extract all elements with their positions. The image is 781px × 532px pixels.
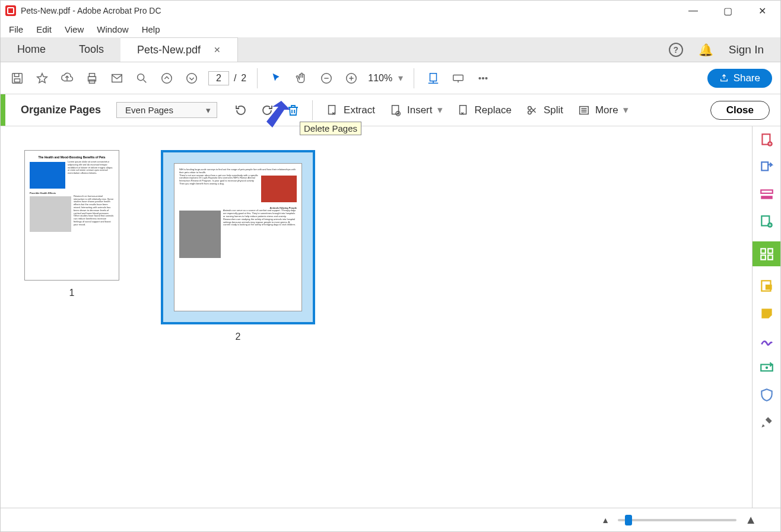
email-icon[interactable]: [109, 70, 125, 87]
svg-rect-17: [392, 105, 399, 114]
extract-button[interactable]: Extract: [326, 104, 375, 117]
menu-window[interactable]: Window: [97, 24, 128, 34]
create-pdf-icon[interactable]: [759, 132, 774, 148]
menu-edit[interactable]: Edit: [36, 24, 52, 34]
tab-document-label: Pets-New.pdf: [137, 44, 201, 56]
combine-files-icon[interactable]: [759, 214, 774, 230]
svg-point-15: [485, 77, 487, 79]
split-icon: [526, 104, 539, 117]
svg-point-20: [528, 106, 532, 110]
svg-point-37: [765, 367, 767, 369]
annotation-arrow: [255, 98, 296, 136]
svg-rect-35: [765, 285, 772, 290]
page-thumb-1[interactable]: The Health and Mood-Boosting Benefits of…: [24, 150, 119, 281]
export-pdf-icon[interactable]: [759, 160, 774, 175]
more-tools-icon[interactable]: [475, 70, 491, 87]
thumb-large-icon[interactable]: ▲: [745, 513, 757, 527]
rotate-left-icon[interactable]: [233, 102, 249, 119]
organize-accent: [1, 94, 5, 126]
thumb-size-handle[interactable]: [625, 515, 632, 525]
organize-pages-rail-icon[interactable]: [753, 241, 781, 266]
share-button[interactable]: Share: [707, 69, 772, 88]
current-page-input[interactable]: 2: [208, 71, 229, 85]
minimize-button[interactable]: —: [684, 5, 702, 17]
fit-width-icon[interactable]: [425, 70, 442, 87]
zoom-level[interactable]: 110%▾: [368, 72, 403, 84]
sticky-note-icon[interactable]: [759, 305, 774, 321]
save-icon[interactable]: [9, 70, 26, 87]
svg-rect-12: [453, 75, 463, 80]
page-thumb-1-label: 1: [69, 288, 75, 298]
search-icon[interactable]: [134, 70, 150, 87]
svg-rect-27: [761, 196, 773, 199]
replace-button[interactable]: Replace: [457, 104, 512, 117]
organize-close-button[interactable]: Close: [710, 101, 770, 120]
help-icon[interactable]: ?: [669, 43, 683, 57]
page-up-icon[interactable]: [158, 70, 175, 87]
page-thumb-2[interactable]: NIH is funding large-scale surveys to fi…: [161, 150, 315, 324]
svg-point-7: [162, 73, 172, 83]
menu-view[interactable]: View: [65, 24, 84, 34]
page-down-icon[interactable]: [183, 70, 200, 87]
hand-tool-icon[interactable]: [293, 70, 310, 87]
svg-point-8: [187, 73, 197, 83]
sign-in-link[interactable]: Sign In: [729, 43, 764, 56]
thumb1-image-cat: [30, 162, 65, 189]
page-thumb-2-wrap: NIH is funding large-scale surveys to fi…: [161, 150, 315, 342]
svg-rect-33: [768, 255, 773, 260]
svg-point-13: [479, 77, 481, 79]
svg-rect-1: [14, 78, 20, 82]
protect-icon[interactable]: [759, 387, 774, 403]
edit-pdf-icon[interactable]: [759, 187, 774, 202]
close-window-button[interactable]: ✕: [753, 5, 771, 17]
thumb2-image-bottom: [179, 211, 221, 258]
content-area: The Health and Mood-Boosting Benefits of…: [1, 126, 780, 508]
cloud-upload-icon[interactable]: [59, 70, 75, 87]
star-icon[interactable]: [34, 70, 50, 87]
thumb1-image-dog: [30, 196, 71, 232]
more-button[interactable]: More▾: [577, 104, 628, 117]
select-tool-icon[interactable]: [268, 70, 285, 87]
total-pages: 2: [241, 73, 246, 84]
svg-rect-26: [761, 190, 773, 193]
delete-pages-tooltip: Delete Pages: [300, 122, 361, 135]
redact-icon[interactable]: [759, 360, 774, 375]
tab-close-icon[interactable]: ✕: [214, 45, 221, 55]
organize-title: Organize Pages: [5, 104, 116, 116]
thumbnail-area[interactable]: The Health and Mood-Boosting Benefits of…: [1, 126, 752, 508]
maximize-button[interactable]: ▢: [719, 5, 736, 17]
page-range-dropdown[interactable]: Even Pages: [116, 102, 217, 118]
svg-point-14: [482, 77, 484, 79]
title-bar: Pets-New.pdf - Adobe Acrobat Pro DC — ▢ …: [1, 1, 780, 21]
main-toolbar: 2 / 2 110%▾ Share: [1, 62, 780, 94]
read-mode-icon[interactable]: [450, 70, 466, 87]
menu-bar: File Edit View Window Help: [1, 21, 780, 37]
svg-point-6: [138, 74, 144, 80]
insert-button[interactable]: Insert▾: [389, 104, 443, 117]
thumb2-image-top: [261, 176, 297, 202]
menu-file[interactable]: File: [9, 24, 23, 34]
replace-icon: [457, 104, 470, 117]
svg-rect-4: [89, 79, 94, 83]
acrobat-app-icon: [5, 5, 16, 16]
svg-rect-25: [761, 162, 768, 170]
more-icon: [577, 104, 590, 117]
menu-help[interactable]: Help: [142, 24, 160, 34]
zoom-out-icon[interactable]: [318, 70, 335, 87]
tab-tools[interactable]: Tools: [62, 37, 120, 62]
tab-home[interactable]: Home: [1, 37, 62, 62]
svg-rect-3: [89, 73, 94, 77]
tab-document[interactable]: Pets-New.pdf ✕: [120, 37, 238, 62]
more-tools-rail-icon[interactable]: [759, 415, 774, 430]
notifications-icon[interactable]: 🔔: [699, 43, 713, 57]
comment-icon[interactable]: [759, 278, 774, 294]
svg-rect-30: [761, 249, 766, 253]
zoom-in-icon[interactable]: [343, 70, 360, 87]
fill-sign-icon[interactable]: [759, 333, 774, 348]
svg-rect-31: [768, 249, 773, 253]
print-icon[interactable]: [84, 70, 100, 87]
thumb-size-slider[interactable]: [618, 519, 736, 521]
svg-rect-32: [761, 255, 766, 260]
split-button[interactable]: Split: [526, 104, 563, 117]
thumb-small-icon[interactable]: ▲: [601, 515, 609, 525]
